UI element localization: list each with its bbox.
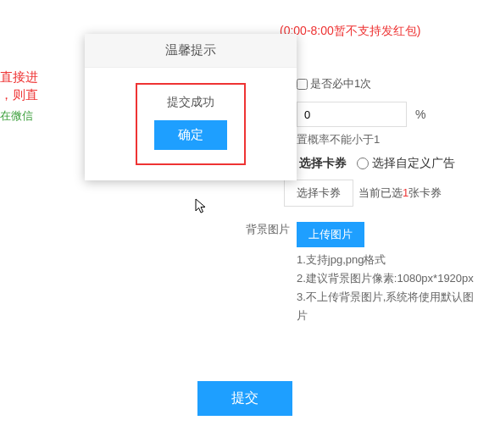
left-red-text-2: ，则直 [0, 86, 85, 103]
radio-custom-ad[interactable] [357, 158, 369, 169]
percent-sign: % [415, 108, 425, 121]
tip-2: 2.建议背景图片像素:1080px*1920px [297, 269, 483, 288]
radio-custom-ad-wrap[interactable]: 选择自定义广告 [357, 156, 455, 171]
tip-3: 3.不上传背景图片,系统将使用默认图片 [297, 288, 483, 325]
cursor-icon [195, 198, 208, 215]
modal-message: 提交成功 [154, 95, 227, 110]
bg-image-label: 背景图片 [237, 222, 290, 237]
chosen-count-text: 当前已选1张卡券 [358, 185, 442, 201]
probability-input[interactable] [297, 102, 407, 127]
tip-1: 1.支持jpg,png格式 [297, 251, 483, 269]
radio-select-card-label: 选择卡券 [299, 156, 347, 171]
select-card-button[interactable]: 选择卡券 [284, 180, 353, 207]
must-hit-checkbox-wrap[interactable]: 是否必中1次 [297, 76, 371, 91]
modal-title: 温馨提示 [85, 34, 297, 68]
left-green-text: 在微信 [0, 108, 85, 124]
radio-custom-ad-label: 选择自定义广告 [372, 156, 455, 171]
modal-ok-button[interactable]: 确定 [154, 120, 227, 150]
must-hit-checkbox[interactable] [297, 79, 308, 90]
left-clipped-text: 直接进 ，则直 在微信 [0, 0, 85, 124]
time-restriction-hint: (0:00-8:00暂不支持发红包) [280, 24, 420, 39]
submit-button[interactable]: 提交 [197, 381, 292, 416]
upload-image-button[interactable]: 上传图片 [297, 222, 364, 247]
left-red-text-1: 直接进 [0, 68, 85, 86]
must-hit-label: 是否必中1次 [310, 76, 371, 91]
success-modal: 温馨提示 提交成功 确定 [85, 34, 297, 180]
probability-hint: 置概率不能小于1 [297, 132, 483, 147]
